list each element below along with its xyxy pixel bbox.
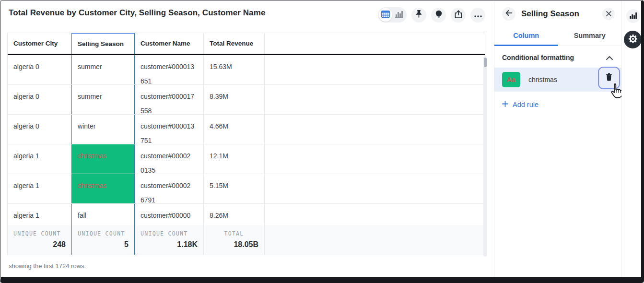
- cell-customer-city[interactable]: algeria 1: [8, 144, 71, 174]
- insight-button[interactable]: [431, 8, 446, 23]
- plus-icon: [502, 101, 508, 108]
- cell-empty: [265, 204, 485, 225]
- cell-empty: [265, 174, 485, 203]
- table-scrollbar[interactable]: [483, 57, 487, 257]
- cell-total-revenue[interactable]: 8.39M: [204, 85, 265, 114]
- cell-selling-season[interactable]: summer: [71, 55, 135, 84]
- gear-icon: [628, 34, 638, 46]
- delete-rule-button[interactable]: [598, 67, 620, 89]
- tab-summary[interactable]: Summary: [558, 27, 622, 46]
- more-options-button[interactable]: [470, 8, 485, 23]
- cell-selling-season-highlighted[interactable]: christmas: [71, 174, 135, 203]
- app-window: Total Revenue by Customer City, Selling …: [0, 0, 644, 283]
- cell-selling-season[interactable]: fall: [71, 204, 135, 225]
- rule-label: christmas: [528, 76, 557, 83]
- bar-chart-icon: [630, 12, 637, 21]
- tab-column[interactable]: Column: [494, 27, 558, 46]
- column-header-empty: [265, 33, 485, 54]
- sidebar-tabs: Column Summary: [494, 27, 621, 46]
- close-sidebar-button[interactable]: [602, 8, 615, 20]
- column-header-customer-name[interactable]: Customer Name: [135, 33, 204, 54]
- add-rule-button[interactable]: Add rule: [494, 92, 621, 118]
- table-aggregates-row: UNIQUE COUNT 248 UNIQUE COUNT 5 UNIQUE C…: [8, 225, 485, 255]
- cell-customer-name[interactable]: customer#000013751: [135, 115, 204, 144]
- column-header-customer-city[interactable]: Customer City: [8, 33, 71, 54]
- cell-customer-name[interactable]: customer#00000: [135, 204, 204, 225]
- chart-view-button[interactable]: [392, 8, 406, 22]
- table-view-button[interactable]: [379, 8, 392, 22]
- cell-customer-city[interactable]: algeria 0: [8, 115, 71, 144]
- formatting-rule-row[interactable]: Aa christmas: [494, 68, 621, 92]
- cell-customer-name[interactable]: customer#000013651: [135, 55, 204, 84]
- table-row[interactable]: algeria 1 fall customer#00000 8.26M: [8, 204, 485, 225]
- toolbar: [378, 7, 485, 23]
- section-title: Conditional formatting: [502, 54, 574, 61]
- aggregate-empty: [265, 225, 485, 255]
- aggregate-unique-count: UNIQUE COUNT 5: [71, 225, 135, 255]
- cell-customer-city[interactable]: algeria 0: [8, 85, 71, 114]
- sidebar-header: Selling Season: [494, 1, 621, 21]
- visualization-button[interactable]: [626, 9, 640, 23]
- cell-selling-season[interactable]: summer: [71, 85, 135, 114]
- chevron-up-icon[interactable]: [606, 53, 613, 62]
- main-panel: Total Revenue by Customer City, Selling …: [1, 1, 494, 277]
- cell-total-revenue[interactable]: 8.26M: [204, 204, 265, 225]
- table-header-row: Customer City Selling Season Customer Na…: [8, 33, 485, 55]
- scrollbar-thumb[interactable]: [484, 58, 487, 67]
- table-row[interactable]: algeria 1 christmas customer#000020135 1…: [8, 144, 485, 174]
- lightbulb-icon: [435, 10, 442, 20]
- cell-total-revenue[interactable]: 4.66M: [204, 115, 265, 144]
- page-title: Total Revenue by Customer City, Selling …: [9, 8, 265, 18]
- aggregate-total: TOTAL 18.05B: [204, 225, 265, 255]
- row-count-note: showing the first 1724 rows.: [9, 262, 86, 270]
- cell-customer-city[interactable]: algeria 0: [8, 55, 71, 84]
- cell-selling-season[interactable]: winter: [71, 115, 135, 144]
- cell-total-revenue[interactable]: 15.63M: [204, 55, 265, 84]
- right-edge-strip: [621, 1, 641, 277]
- cell-empty: [265, 55, 485, 84]
- arrow-left-icon: [505, 10, 513, 18]
- table-row[interactable]: algeria 0 summer customer#000013651 15.6…: [8, 55, 485, 85]
- add-rule-label: Add rule: [513, 101, 539, 108]
- cell-empty: [265, 144, 485, 174]
- table-row[interactable]: algeria 1 christmas customer#000026791 5…: [8, 174, 485, 204]
- ellipsis-icon: [474, 11, 482, 19]
- share-icon: [455, 10, 462, 20]
- cell-customer-name[interactable]: customer#000020135: [135, 144, 204, 174]
- cell-customer-city[interactable]: algeria 1: [8, 174, 71, 203]
- bar-chart-icon: [395, 11, 403, 20]
- cell-empty: [265, 115, 485, 144]
- rule-color-swatch[interactable]: Aa: [502, 72, 520, 87]
- settings-button[interactable]: [624, 31, 642, 48]
- cell-customer-name[interactable]: customer#000026791: [135, 174, 204, 203]
- column-header-total-revenue[interactable]: Total Revenue: [204, 33, 265, 54]
- viz-switcher: [378, 7, 407, 23]
- cell-total-revenue[interactable]: 12.1M: [204, 144, 265, 174]
- cell-empty: [265, 85, 485, 114]
- share-button[interactable]: [451, 8, 466, 23]
- trash-icon: [606, 73, 612, 83]
- column-settings-sidebar: Selling Season Column Summary Conditiona…: [494, 1, 621, 277]
- back-button[interactable]: [502, 7, 515, 21]
- aggregate-unique-count: UNIQUE COUNT 248: [8, 225, 71, 255]
- cell-customer-city[interactable]: algeria 1: [8, 204, 71, 225]
- sidebar-title: Selling Season: [521, 9, 597, 19]
- close-icon: [606, 10, 611, 18]
- table-icon: [381, 11, 390, 20]
- conditional-formatting-section-header[interactable]: Conditional formatting: [494, 46, 621, 68]
- cell-selling-season-highlighted[interactable]: christmas: [71, 144, 135, 174]
- results-table: Customer City Selling Season Customer Na…: [7, 33, 485, 255]
- column-header-selling-season[interactable]: Selling Season: [71, 33, 135, 54]
- pin-icon: [415, 10, 422, 20]
- pin-button[interactable]: [411, 8, 426, 23]
- aggregate-unique-count: UNIQUE COUNT 1.18K: [135, 225, 204, 255]
- table-row[interactable]: algeria 0 summer customer#000017558 8.39…: [8, 85, 485, 115]
- cell-total-revenue[interactable]: 5.15M: [204, 174, 265, 203]
- table-row[interactable]: algeria 0 winter customer#000013751 4.66…: [8, 115, 485, 144]
- cell-customer-name[interactable]: customer#000017558: [135, 85, 204, 114]
